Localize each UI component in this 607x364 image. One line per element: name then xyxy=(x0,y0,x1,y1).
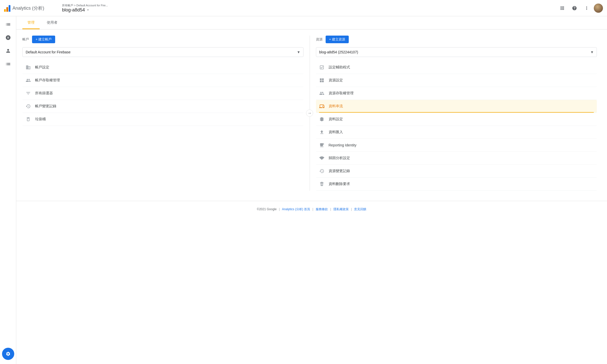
menu-item-trash[interactable]: 垃圾桶 xyxy=(22,113,304,126)
menu-item-reporting-identity[interactable]: Reporting Identity xyxy=(316,139,597,152)
menu-item-account-access[interactable]: 帳戶存取權管理 xyxy=(22,74,304,87)
account-col-header: 帳戶 + 建立帳戶 xyxy=(22,36,304,43)
sidebar xyxy=(0,16,16,364)
filter-icon xyxy=(25,90,31,96)
divider-arrow-icon: → xyxy=(306,110,313,117)
logo-icon xyxy=(4,5,10,12)
more-icon-btn[interactable] xyxy=(582,3,592,13)
all-filters-label: 所有篩選器 xyxy=(35,91,53,96)
account-access-label: 帳戶存取權管理 xyxy=(35,78,60,83)
people2-icon xyxy=(319,90,325,96)
property-settings-label: 資源設定 xyxy=(329,78,343,83)
building-icon xyxy=(25,65,31,70)
column-divider: → xyxy=(310,36,310,191)
data-streams-label: 資料串流 xyxy=(329,104,343,109)
property-col-header: 資源 + 建立資源 xyxy=(316,36,597,43)
property-access-label: 資源存取權管理 xyxy=(329,91,354,96)
property-column: 資源 + 建立資源 blog-a8d54 (252244107) ▼ xyxy=(312,36,601,191)
main-content: 管理 使用者 帳戶 + 建立帳戶 Default Account for Fir… xyxy=(16,16,607,364)
reporting-icon xyxy=(319,142,325,148)
delete-icon xyxy=(319,181,325,187)
property-change-log-label: 資源變更記錄 xyxy=(329,169,350,173)
footer-sep-3: | xyxy=(330,207,331,211)
current-property[interactable]: blog-a8d54 xyxy=(62,7,108,13)
account-col-label: 帳戶 xyxy=(22,37,29,42)
menu-item-property-change-log[interactable]: 資源變更記錄 xyxy=(316,165,597,178)
property-name: blog-a8d54 xyxy=(62,7,85,13)
setup-assistant-label: 設定輔助程式 xyxy=(329,65,350,70)
header-actions xyxy=(557,3,603,13)
create-property-btn[interactable]: + 建立資源 xyxy=(326,36,349,43)
account-menu-list: 帳戶設定 帳戶存取權管理 所有篩選器 xyxy=(22,61,304,126)
footer-link-analytics[interactable]: Analytics (分析) 首頁 xyxy=(282,207,310,211)
breadcrumb-parent: 所有帳戶 > Default Account for Fire... xyxy=(62,4,108,7)
menu-item-setup-assistant[interactable]: 設定輔助程式 xyxy=(316,61,597,74)
attribution-label: 歸因分析設定 xyxy=(329,156,350,160)
property-select[interactable]: blog-a8d54 (252244107) xyxy=(316,47,597,57)
main-layout: 管理 使用者 帳戶 + 建立帳戶 Default Account for Fir… xyxy=(0,16,607,364)
sidebar-item-reports[interactable] xyxy=(2,58,14,70)
account-change-log-label: 帳戶變更記錄 xyxy=(35,104,56,109)
upload-icon xyxy=(319,129,325,135)
history2-icon xyxy=(319,168,325,174)
menu-item-data-deletion[interactable]: 資料刪除要求 xyxy=(316,178,597,191)
data-settings-label: 資料設定 xyxy=(329,117,343,122)
sidebar-bottom xyxy=(2,348,14,360)
account-select-container: Default Account for Firebase ▼ xyxy=(22,47,304,57)
app-logo: Analytics (分析) xyxy=(4,5,60,12)
account-select[interactable]: Default Account for Firebase xyxy=(22,47,304,57)
menu-item-account-change-log[interactable]: 帳戶變更記錄 xyxy=(22,100,304,113)
trash-label: 垃圾桶 xyxy=(35,117,46,122)
settings-icon-btn[interactable] xyxy=(2,348,14,360)
attribution-icon xyxy=(319,155,325,161)
menu-item-all-filters[interactable]: 所有篩選器 xyxy=(22,87,304,100)
footer-link-feedback[interactable]: 意見回饋 xyxy=(354,207,366,211)
grid-icon xyxy=(319,78,325,83)
menu-item-account-settings[interactable]: 帳戶設定 xyxy=(22,61,304,74)
create-account-btn[interactable]: + 建立帳戶 xyxy=(32,36,55,43)
layers-icon xyxy=(319,116,325,122)
account-column: 帳戶 + 建立帳戶 Default Account for Firebase ▼ xyxy=(22,36,308,191)
menu-item-property-settings[interactable]: 資源設定 xyxy=(316,74,597,87)
sidebar-item-audience[interactable] xyxy=(2,45,14,57)
footer-sep-4: | xyxy=(351,207,352,211)
menu-item-data-settings[interactable]: 資料設定 xyxy=(316,113,597,126)
data-deletion-label: 資料刪除要求 xyxy=(329,182,350,186)
page-footer: ©2021 Google | Analytics (分析) 首頁 | 服務條款 … xyxy=(16,201,607,218)
tab-users[interactable]: 使用者 xyxy=(42,16,63,29)
reporting-identity-label: Reporting Identity xyxy=(329,143,357,147)
property-dropdown-btn[interactable] xyxy=(86,8,90,12)
trash-icon xyxy=(25,116,31,122)
app-header: Analytics (分析) 所有帳戶 > Default Account fo… xyxy=(0,0,607,16)
user-avatar[interactable] xyxy=(594,4,603,13)
history-icon xyxy=(25,103,31,109)
property-col-label: 資源 xyxy=(316,37,323,42)
app-title: Analytics (分析) xyxy=(12,5,44,11)
help-icon-btn[interactable] xyxy=(569,3,580,13)
breadcrumb: 所有帳戶 > Default Account for Fire... blog-… xyxy=(62,4,108,13)
footer-link-privacy[interactable]: 隱私權政策 xyxy=(333,207,349,211)
footer-link-terms[interactable]: 服務條款 xyxy=(316,207,328,211)
property-select-container: blog-a8d54 (252244107) ▼ xyxy=(316,47,597,57)
tab-manage[interactable]: 管理 xyxy=(22,16,40,29)
tabs-bar: 管理 使用者 xyxy=(16,16,607,29)
sidebar-item-realtime[interactable] xyxy=(2,32,14,44)
footer-sep-1: | xyxy=(279,207,280,211)
sidebar-item-home[interactable] xyxy=(2,18,14,31)
property-menu-list: 設定輔助程式 資源設定 資源存取權管理 xyxy=(316,61,597,191)
data-import-label: 資料匯入 xyxy=(329,130,343,134)
menu-item-property-access[interactable]: 資源存取權管理 xyxy=(316,87,597,100)
account-settings-label: 帳戶設定 xyxy=(35,65,49,70)
menu-item-attribution[interactable]: 歸因分析設定 xyxy=(316,152,597,165)
streams-icon xyxy=(319,103,325,109)
checkbox-icon xyxy=(319,65,325,70)
admin-columns: 帳戶 + 建立帳戶 Default Account for Firebase ▼ xyxy=(16,29,607,197)
footer-copyright: ©2021 Google xyxy=(257,207,277,211)
footer-sep-2: | xyxy=(312,207,313,211)
apps-icon-btn[interactable] xyxy=(557,3,567,13)
people-icon xyxy=(25,78,31,83)
menu-item-data-streams[interactable]: 資料串流 xyxy=(316,100,597,113)
menu-item-data-import[interactable]: 資料匯入 xyxy=(316,126,597,139)
